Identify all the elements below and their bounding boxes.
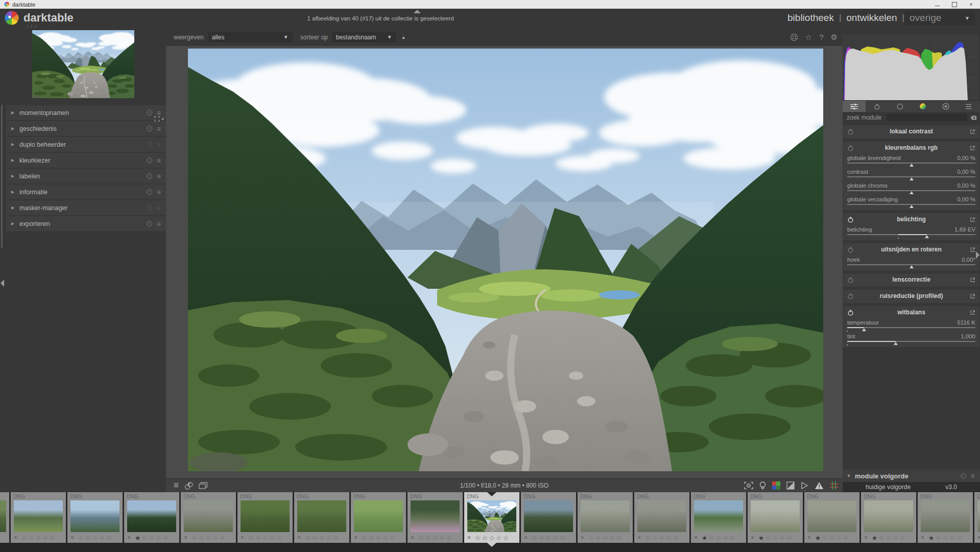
slider-hoek[interactable]: hoek0,00° xyxy=(847,256,975,269)
star-icon[interactable]: ☆ xyxy=(248,534,254,542)
star-icon[interactable]: ☆ xyxy=(205,534,211,542)
collapse-left-panel-arrow-icon[interactable] xyxy=(1,280,4,287)
overexposed-icon[interactable] xyxy=(815,481,824,490)
star-overlay-icon[interactable]: ☆ xyxy=(805,33,812,42)
basic-group-tab[interactable] xyxy=(889,101,912,112)
power-icon[interactable] xyxy=(847,309,854,316)
reject-icon[interactable]: × xyxy=(354,534,357,541)
star-icon[interactable]: ★ xyxy=(702,534,708,542)
multi-instance-icon[interactable] xyxy=(970,129,975,134)
filmstrip-thumbnail[interactable]: DNG×☆☆☆☆☆ xyxy=(181,492,236,543)
sort-ascending-icon[interactable]: ▲ xyxy=(401,35,406,40)
zoom-level-dropdown-icon[interactable]: ▾ xyxy=(161,117,164,122)
iso12646-lamp-icon[interactable] xyxy=(759,481,766,490)
collapse-top-panel-arrow-icon[interactable] xyxy=(414,10,421,13)
filmstrip-thumbnail[interactable]: DNG×☆☆☆☆☆ xyxy=(67,492,123,543)
expand-arrow-icon[interactable]: ▶ xyxy=(6,221,19,226)
star-icon[interactable]: ☆ xyxy=(595,534,602,542)
module-header-witbalans[interactable]: witbalans xyxy=(843,306,979,318)
gamutcheck-icon[interactable] xyxy=(801,481,808,490)
reject-icon[interactable]: × xyxy=(241,534,244,541)
filmstrip-thumbnail[interactable]: DNG×☆☆☆☆☆ xyxy=(351,492,406,543)
star-icon[interactable]: ☆ xyxy=(893,534,899,542)
module-header-lenscorrectie[interactable]: lenscorrectie xyxy=(843,273,979,286)
reject-icon[interactable]: × xyxy=(411,534,414,541)
star-icon[interactable]: ★ xyxy=(758,534,764,542)
color-group-tab[interactable] xyxy=(911,101,934,112)
star-icon[interactable]: ☆ xyxy=(192,534,198,542)
star-icon[interactable]: ☆ xyxy=(559,534,565,542)
star-icon[interactable]: ☆ xyxy=(439,534,445,542)
expand-arrow-icon[interactable]: ▶ xyxy=(6,190,19,194)
slider-track[interactable] xyxy=(847,341,975,345)
slider-marker[interactable] xyxy=(910,177,914,180)
left-module-duplo-beheerder[interactable]: ▶duplo beheerder≡ xyxy=(6,137,166,152)
power-icon[interactable] xyxy=(847,145,854,151)
gear-icon[interactable]: ⚙ xyxy=(831,33,838,42)
star-icon[interactable]: ☆ xyxy=(715,534,722,542)
star-icon[interactable]: ☆ xyxy=(42,534,49,542)
star-icon[interactable]: ☆ xyxy=(936,534,942,542)
star-icon[interactable]: ☆ xyxy=(942,534,948,542)
left-module-informatie[interactable]: ▶informatie≡ xyxy=(6,185,166,199)
star-icon[interactable]: ☆ xyxy=(645,534,651,542)
star-icon[interactable]: ☆ xyxy=(709,534,715,542)
presets-icon[interactable]: ≡ xyxy=(157,205,161,211)
reject-icon[interactable]: × xyxy=(184,534,187,541)
focus-peaking-icon[interactable] xyxy=(744,481,753,490)
left-module-masker-manager[interactable]: ▶masker-manager≡ xyxy=(6,200,166,215)
reset-icon[interactable] xyxy=(147,142,152,147)
weergeven-dropdown[interactable]: alles ▼ xyxy=(208,32,293,42)
power-icon[interactable] xyxy=(847,277,854,283)
star-icon[interactable]: ☆ xyxy=(482,534,488,542)
sorteer-dropdown[interactable]: bestandsnaam ▼ xyxy=(332,32,396,42)
star-icon[interactable]: ☆ xyxy=(362,534,368,542)
expand-arrow-icon[interactable]: ▶ xyxy=(6,126,19,131)
power-icon[interactable] xyxy=(847,246,854,253)
reject-icon[interactable]: × xyxy=(751,534,754,541)
multi-instance-icon[interactable] xyxy=(970,310,975,315)
star-icon[interactable]: ☆ xyxy=(836,534,842,542)
expand-arrow-icon[interactable]: ▶ xyxy=(6,158,19,163)
presets-menu-icon[interactable] xyxy=(957,101,980,112)
reject-icon[interactable]: × xyxy=(581,534,584,541)
star-icon[interactable]: ★ xyxy=(872,534,878,542)
power-icon[interactable] xyxy=(847,216,854,223)
reject-icon[interactable]: × xyxy=(127,534,131,541)
slider-track[interactable] xyxy=(847,234,975,238)
reject-icon[interactable]: × xyxy=(637,534,641,541)
slider-marker[interactable] xyxy=(910,191,914,194)
expand-arrow-icon[interactable]: ▶ xyxy=(6,174,19,178)
left-module-kleurkiezer[interactable]: ▶kleurkiezer≡ xyxy=(6,153,166,168)
star-icon[interactable]: ☆ xyxy=(879,534,885,542)
presets-icon[interactable]: ≡ xyxy=(157,221,161,226)
star-icon[interactable]: ☆ xyxy=(21,534,28,542)
star-icon[interactable]: ☆ xyxy=(276,534,282,542)
filmstrip-thumbnail[interactable]: DNG×☆☆☆☆☆ xyxy=(294,492,349,543)
star-icon[interactable]: ☆ xyxy=(319,534,325,542)
presets-icon[interactable]: ≡ xyxy=(157,126,161,131)
star-icon[interactable]: ☆ xyxy=(545,534,552,542)
slider-globale-verzadiging[interactable]: globale verzadiging0,00 % xyxy=(847,195,975,209)
star-icon[interactable]: ☆ xyxy=(956,534,962,542)
view-tab-bibliotheek[interactable]: bibliotheek xyxy=(782,11,839,25)
expand-arrow-icon[interactable]: ▶ xyxy=(6,205,19,210)
slider-belichting[interactable]: belichting1,69 EV xyxy=(847,225,975,239)
slider-track[interactable] xyxy=(847,264,975,268)
star-icon[interactable]: ☆ xyxy=(659,534,665,542)
star-icon[interactable]: ☆ xyxy=(446,534,452,542)
reject-icon[interactable]: × xyxy=(297,534,301,541)
filmstrip-thumbnail[interactable]: DNG×☆☆☆☆☆ xyxy=(578,492,633,543)
filmstrip-thumbnail[interactable]: DNG×☆☆☆☆☆ xyxy=(0,492,9,543)
filmstrip-thumbnail[interactable]: DNG×★☆☆☆☆ xyxy=(918,492,973,543)
star-icon[interactable]: ☆ xyxy=(723,534,729,542)
filmstrip-thumbnail[interactable]: DNG×☆☆☆☆☆ xyxy=(237,492,293,543)
reset-icon[interactable] xyxy=(147,173,152,179)
star-icon[interactable]: ☆ xyxy=(375,534,381,542)
reject-icon[interactable]: × xyxy=(70,534,74,541)
slider-marker[interactable] xyxy=(925,235,929,238)
multi-instance-icon[interactable] xyxy=(970,247,975,252)
filmstrip-thumbnail-selected[interactable]: DNG×☆☆☆☆☆ xyxy=(464,492,519,543)
power-icon[interactable] xyxy=(847,128,854,135)
slider-marker[interactable] xyxy=(910,164,914,167)
